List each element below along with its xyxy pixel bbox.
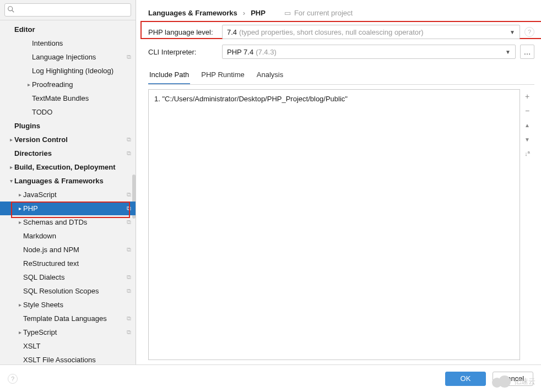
tree-item-xslt-file-associations[interactable]: XSLT File Associations: [0, 353, 136, 364]
expand-arrow-icon[interactable]: ▸: [8, 164, 14, 170]
select-value: PHP 7.4: [227, 48, 253, 56]
overlay-icon: ⧉: [127, 205, 131, 212]
tree-item-label: SQL Resolution Scopes: [23, 287, 136, 295]
tree-item-textmate-bundles[interactable]: TextMate Bundles: [0, 91, 136, 105]
tree-item-editor[interactable]: Editor: [0, 23, 136, 36]
tree-item-log-highlighting-ideolog-[interactable]: Log Highlighting (Ideolog): [0, 64, 136, 78]
help-icon[interactable]: ?: [524, 27, 534, 37]
add-button[interactable]: +: [525, 91, 529, 101]
tree-item-intentions[interactable]: Intentions: [0, 36, 136, 50]
expand-arrow-icon[interactable]: ▸: [8, 137, 14, 143]
expand-arrow-icon[interactable]: ▸: [17, 205, 23, 211]
watermark: 亿速云: [492, 375, 535, 388]
search-container: [0, 0, 136, 20]
tree-item-node-js-and-npm[interactable]: Node.js and NPM⧉: [0, 243, 136, 257]
overlay-icon: ⧉: [127, 150, 131, 157]
tree-item-label: SQL Dialects: [23, 273, 136, 281]
expand-arrow-icon[interactable]: ▸: [17, 302, 23, 308]
cli-interpreter-label: CLI Interpreter:: [148, 48, 218, 56]
tree-item-sql-dialects[interactable]: SQL Dialects⧉: [0, 270, 136, 284]
footer-help-icon[interactable]: ?: [8, 374, 18, 384]
select-value: 7.4: [227, 28, 237, 36]
search-icon: [7, 6, 15, 13]
php-language-level-select[interactable]: 7.4 (typed properties, short closures, n…: [222, 25, 520, 39]
php-language-level-label: PHP language level:: [148, 28, 218, 36]
tree-item-version-control[interactable]: ▸Version Control⧉: [0, 133, 136, 146]
chevron-down-icon: ▼: [505, 49, 511, 55]
tree-item-plugins[interactable]: Plugins: [0, 119, 136, 133]
tree-item-language-injections[interactable]: Language Injections⧉: [0, 50, 136, 64]
tree-item-label: Style Sheets: [23, 301, 136, 309]
tree-item-schemas-and-dtds[interactable]: ▸Schemas and DTDs⧉: [0, 215, 136, 229]
tree-item-label: XSLT: [23, 342, 136, 350]
breadcrumb-leaf: PHP: [251, 9, 266, 17]
select-hint: (typed properties, short closures, null …: [239, 28, 424, 36]
tree-item-label: TypeScript: [23, 328, 136, 336]
expand-arrow-icon[interactable]: ▾: [8, 178, 14, 184]
sort-button[interactable]: ↓ª: [524, 149, 530, 159]
overlay-icon: ⧉: [127, 219, 131, 226]
php-language-level-row: PHP language level: 7.4 (typed propertie…: [148, 22, 534, 42]
settings-sidebar: EditorIntentionsLanguage Injections⧉Log …: [0, 0, 136, 364]
tree-item-label: Plugins: [14, 122, 136, 130]
breadcrumb: Languages & Frameworks › PHP ▭ For curre…: [148, 0, 534, 22]
search-input[interactable]: [4, 3, 131, 17]
cli-interpreter-browse-button[interactable]: …: [520, 45, 534, 59]
tree-item-template-data-languages[interactable]: Template Data Languages⧉: [0, 312, 136, 325]
expand-arrow-icon[interactable]: ▸: [17, 329, 23, 335]
overlay-icon: ⧉: [127, 274, 131, 281]
expand-arrow-icon[interactable]: ▸: [17, 192, 23, 198]
tree-item-label: TODO: [32, 108, 136, 116]
tree-item-label: ReStructured text: [23, 259, 136, 268]
tree-item-languages-frameworks[interactable]: ▾Languages & Frameworks: [0, 174, 136, 188]
tree-item-label: Log Highlighting (Ideolog): [32, 67, 136, 75]
tree-item-label: Language Injections: [32, 53, 136, 61]
project-icon: ▭: [284, 9, 291, 17]
overlay-icon: ⧉: [127, 329, 131, 336]
tab-php-runtime[interactable]: PHP Runtime: [200, 67, 246, 84]
svg-point-0: [8, 7, 13, 11]
tree-item-javascript[interactable]: ▸JavaScript⧉: [0, 188, 136, 202]
tree-item-label: PHP: [23, 204, 136, 213]
cli-interpreter-select[interactable]: PHP 7.4 (7.4.3) ▼: [222, 45, 516, 59]
tab-include-path[interactable]: Include Path: [148, 67, 190, 84]
tree-item-label: TextMate Bundles: [32, 94, 136, 102]
expand-arrow-icon[interactable]: ▸: [25, 81, 32, 88]
tree-item-proofreading[interactable]: ▸Proofreading: [0, 78, 136, 91]
tree-item-php[interactable]: ▸PHP⧉: [0, 202, 136, 215]
overlay-icon: ⧉: [127, 53, 131, 61]
tree-item-label: Markdown: [23, 232, 136, 240]
tree-item-label: Languages & Frameworks: [14, 177, 136, 185]
tab-analysis[interactable]: Analysis: [256, 67, 284, 84]
tabs: Include Path PHP Runtime Analysis: [148, 67, 534, 85]
tree-item-markdown[interactable]: Markdown: [0, 229, 136, 243]
tree-item-build-execution-deployment[interactable]: ▸Build, Execution, Deployment: [0, 160, 136, 174]
include-path-toolbar: + − ▲ ▼ ↓ª: [520, 89, 534, 360]
content-panel: Languages & Frameworks › PHP ▭ For curre…: [136, 0, 541, 364]
tree-item-label: JavaScript: [23, 190, 136, 199]
move-down-button[interactable]: ▼: [524, 134, 530, 144]
move-up-button[interactable]: ▲: [524, 120, 530, 130]
overlay-icon: ⧉: [127, 287, 131, 295]
tree-item-label: XSLT File Associations: [23, 356, 136, 364]
expand-arrow-icon[interactable]: ▸: [17, 219, 23, 225]
for-current-project-label: For current project: [294, 9, 353, 17]
tree-item-label: Build, Execution, Deployment: [14, 163, 136, 171]
breadcrumb-root[interactable]: Languages & Frameworks: [148, 9, 237, 17]
tree-item-sql-resolution-scopes[interactable]: SQL Resolution Scopes⧉: [0, 284, 136, 298]
settings-tree[interactable]: EditorIntentionsLanguage Injections⧉Log …: [0, 20, 136, 364]
ok-button[interactable]: OK: [445, 372, 486, 386]
tree-item-xslt[interactable]: XSLT: [0, 339, 136, 353]
tree-item-directories[interactable]: Directories⧉: [0, 146, 136, 160]
tree-item-label: Template Data Languages: [23, 314, 136, 323]
remove-button[interactable]: −: [525, 106, 529, 116]
overlay-icon: ⧉: [127, 246, 131, 253]
tree-item-todo[interactable]: TODO: [0, 105, 136, 119]
tree-item-style-sheets[interactable]: ▸Style Sheets: [0, 298, 136, 312]
include-path-entry[interactable]: 1. "C:/Users/Administrator/Desktop/PHP_P…: [154, 93, 514, 105]
include-path-list[interactable]: 1. "C:/Users/Administrator/Desktop/PHP_P…: [148, 89, 520, 360]
watermark-text: 亿速云: [514, 377, 535, 386]
tree-item-typescript[interactable]: ▸TypeScript⧉: [0, 325, 136, 339]
tree-item-restructured-text[interactable]: ReStructured text: [0, 257, 136, 270]
tree-item-label: Proofreading: [32, 80, 136, 89]
